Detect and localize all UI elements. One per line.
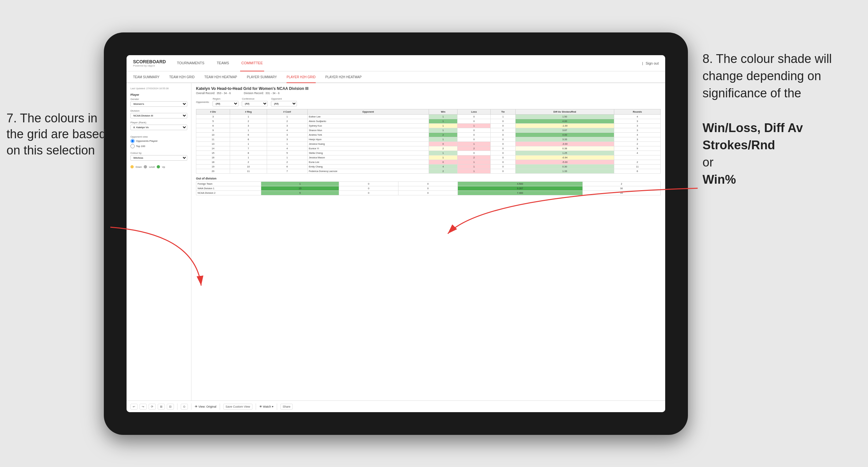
legend-up-label: Up xyxy=(162,165,165,168)
sub-nav-player-summary[interactable]: PLAYER SUMMARY xyxy=(247,71,277,83)
save-custom-btn[interactable]: Save Custom View xyxy=(223,404,252,410)
legend-down-dot xyxy=(130,165,134,168)
table-row: 9 1 4 Sharon Mun 1 0 0 3.67 3 xyxy=(196,128,661,133)
copy-btn[interactable]: ⊞ xyxy=(158,404,165,410)
paste-btn[interactable]: ⊟ xyxy=(167,404,174,410)
filter-conference: Conference (All) xyxy=(242,97,268,106)
opponent-view: Opponent view Opponents Played Top 100 xyxy=(130,135,187,148)
h2h-table: # Div # Reg # Conf Opponent Win Loss Tie… xyxy=(196,109,661,174)
colour-by-select[interactable]: Win/loss xyxy=(130,155,187,161)
player-rank-select[interactable]: 8. Katelyn Vo xyxy=(130,125,187,130)
table-row: 18 2 2 Euna Lee 0 1 0 -5.00 2 xyxy=(196,160,661,164)
sidebar-player-label: Player xyxy=(130,93,187,96)
gender-select[interactable]: Women's xyxy=(130,101,187,107)
table-row: 19 10 6 Emily Chang 4 1 0 0.30 11 xyxy=(196,164,661,169)
colour-by-label: Colour by xyxy=(130,152,187,154)
table-row: 16 1 1 Jessica Mason 1 2 0 -0.94 xyxy=(196,155,661,160)
nav-right: | Sign out xyxy=(642,61,659,65)
table-row: 20 11 7 Federica Domecq Lacroze 2 1 0 1.… xyxy=(196,169,661,174)
grid-records: Overall Record: 353 - 34 - 6 Division Re… xyxy=(196,92,661,95)
player-rank-label: Player (Rank) xyxy=(130,121,187,124)
logo: SCOREBOARD Powered by clipp'd xyxy=(133,59,166,67)
col-rounds: Rounds xyxy=(614,110,661,115)
nav-items: TOURNAMENTS TEAMS COMMITTEE xyxy=(176,55,642,71)
opponent-view-label: Opponent view xyxy=(130,135,187,138)
sidebar: Last Updated: 27/03/2024 16:55:38 Player… xyxy=(127,83,191,401)
division-select[interactable]: NCAA Division III xyxy=(130,113,187,119)
history-btn[interactable]: ⟳ xyxy=(149,404,156,410)
out-of-division-header: Out of division xyxy=(196,177,661,180)
watch-label[interactable]: 👁 Watch ▾ xyxy=(259,405,274,408)
sub-nav: TEAM SUMMARY TEAM H2H GRID TEAM H2H HEAT… xyxy=(127,71,665,83)
filter-region: Region (All) xyxy=(213,97,239,106)
opponent-select[interactable]: (All) xyxy=(271,101,297,106)
divider2 xyxy=(191,403,191,410)
filter-row: Opponents: Region (All) Conference (All)… xyxy=(196,97,661,106)
annotation-right: 8. The colour shade will change dependin… xyxy=(703,50,858,189)
main-content: Last Updated: 27/03/2024 16:55:38 Player… xyxy=(127,83,665,401)
view-original-label: 👁 View: Original xyxy=(195,405,216,408)
divider4 xyxy=(256,403,256,410)
nav-teams[interactable]: TEAMS xyxy=(215,55,230,71)
table-row: 5 2 2 Alexis Sudjianto 1 0 0 4.00 3 xyxy=(196,119,661,124)
legend-level-dot xyxy=(144,165,147,168)
divider5 xyxy=(277,403,277,410)
annotation-left: 7. The colours in the grid are based on … xyxy=(6,110,110,158)
grid-title: Katelyn Vo Head-to-Head Grid for Women's… xyxy=(196,86,661,91)
sidebar-timestamp: Last Updated: 27/03/2024 16:55:38 xyxy=(130,87,187,90)
tablet-device: SCOREBOARD Powered by clipp'd TOURNAMENT… xyxy=(104,32,688,435)
table-row: 13 1 1 Jessica Huang 0 1 0 -3.00 2 xyxy=(196,142,661,146)
legend-up-dot xyxy=(157,165,160,168)
table-row: 10 6 3 Andrea York 2 0 0 4.00 4 xyxy=(196,133,661,137)
col-div: # Div xyxy=(196,110,230,115)
filter-opponent: Opponent (All) xyxy=(271,97,297,106)
out-of-division-table: Foreign Team 1 0 0 4.500 2 NAIA Division… xyxy=(196,181,661,195)
table-row: 6 3 3 Sydney Kuo 1 1 0 -1.00 3 xyxy=(196,124,661,128)
opponents-label: Opponents: xyxy=(196,101,209,103)
divider3 xyxy=(220,403,220,410)
clock-btn[interactable]: ⊙ xyxy=(181,404,188,410)
col-tie: Tie xyxy=(491,110,515,115)
sub-nav-player-h2h-grid[interactable]: PLAYER H2H GRID xyxy=(286,71,315,83)
tablet-screen: SCOREBOARD Powered by clipp'd TOURNAMENT… xyxy=(127,55,665,412)
redo-btn[interactable]: ↪ xyxy=(140,404,147,410)
undo-btn[interactable]: ↩ xyxy=(130,404,137,410)
radio-opponents-played[interactable]: Opponents Played xyxy=(130,139,187,143)
legend: Down Level Up xyxy=(130,165,187,168)
col-conf: # Conf xyxy=(267,110,307,115)
sub-nav-player-h2h-heatmap[interactable]: PLAYER H2H HEATMAP xyxy=(326,71,362,83)
colour-by: Colour by Win/loss xyxy=(130,152,187,163)
bottom-toolbar: ↩ ↪ ⟳ ⊞ ⊟ ⊙ 👁 View: Original Save Custom… xyxy=(127,401,665,412)
out-of-division-row: NCAA Division 2 5 0 0 7.400 10 xyxy=(196,191,661,195)
col-win: Win xyxy=(429,110,458,115)
sub-nav-team-summary[interactable]: TEAM SUMMARY xyxy=(133,71,160,83)
top-nav: SCOREBOARD Powered by clipp'd TOURNAMENT… xyxy=(127,55,665,71)
sub-nav-team-h2h-grid[interactable]: TEAM H2H GRID xyxy=(169,71,195,83)
col-loss: Loss xyxy=(458,110,491,115)
table-row: 14 7 4 Eunice Yi 2 2 0 0.38 9 xyxy=(196,146,661,151)
gender-label: Gender xyxy=(130,98,187,101)
overall-record: Overall Record: 353 - 34 - 6 xyxy=(196,92,231,95)
legend-down-label: Down xyxy=(136,165,142,168)
divider1 xyxy=(177,403,178,410)
col-opponent: Opponent xyxy=(307,110,429,115)
table-row: 11 6 3 Heejo Hyun 1 0 0 3.33 3 xyxy=(196,137,661,142)
sub-nav-team-h2h-heatmap[interactable]: TEAM H2H HEATMAP xyxy=(205,71,237,83)
share-btn[interactable]: Share xyxy=(280,404,293,410)
nav-tournaments[interactable]: TOURNAMENTS xyxy=(176,55,206,71)
legend-level-label: Level xyxy=(149,165,155,168)
sign-out-link[interactable]: Sign out xyxy=(646,61,659,65)
table-row: 3 1 1 Esther Lee 1 0 1 1.50 4 xyxy=(196,115,661,119)
col-reg: # Reg xyxy=(230,110,267,115)
table-row: 15 8 5 Stella Cheng 1 0 0 1.25 4 xyxy=(196,151,661,155)
conference-select[interactable]: (All) xyxy=(242,101,268,106)
out-of-division-row: Foreign Team 1 0 0 4.500 2 xyxy=(196,182,661,186)
col-diff: Diff Av Strokes/Rnd xyxy=(515,110,614,115)
grid-area: Katelyn Vo Head-to-Head Grid for Women's… xyxy=(191,83,665,401)
nav-committee[interactable]: COMMITTEE xyxy=(240,55,264,71)
division-label: Division xyxy=(130,110,187,112)
region-select[interactable]: (All) xyxy=(213,101,239,106)
radio-top100[interactable]: Top 100 xyxy=(130,144,187,148)
out-of-division-row: NAIA Division 1 15 0 0 9.267 30 xyxy=(196,186,661,191)
division-record: Division Record: 331 - 34 - 6 xyxy=(244,92,279,95)
